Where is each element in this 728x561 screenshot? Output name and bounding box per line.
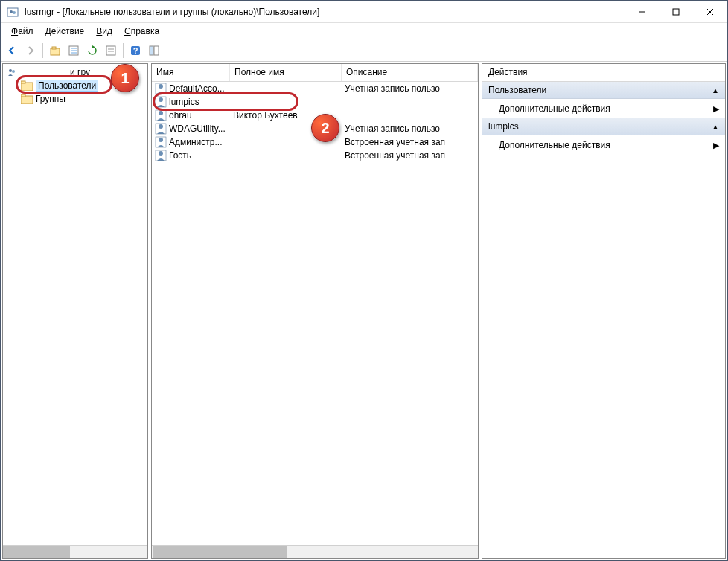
up-button[interactable]	[47, 42, 63, 59]
properties-button[interactable]	[66, 42, 82, 59]
cell-name: Администр...	[152, 136, 230, 148]
user-name: Гость	[169, 150, 191, 161]
action-more-users[interactable]: Дополнительные действия ▶	[482, 99, 725, 118]
actions-header: Действия	[482, 64, 725, 82]
tree-users[interactable]: Пользователи	[4, 79, 146, 92]
user-name: ohrau	[169, 110, 192, 121]
users-groups-icon	[6, 66, 18, 78]
svg-point-36	[159, 151, 163, 156]
svg-point-32	[159, 124, 163, 129]
forward-button[interactable]	[22, 42, 39, 59]
svg-point-34	[159, 138, 163, 142]
list-row[interactable]: ГостьВстроенная учетная зап	[152, 149, 478, 162]
svg-point-1	[10, 10, 13, 13]
svg-point-2	[13, 11, 16, 14]
list-row[interactable]: ohrauВиктор Бухтеев	[152, 109, 478, 122]
list-header: Имя Полное имя Описание	[152, 64, 478, 82]
svg-point-26	[159, 84, 163, 89]
minimize-button[interactable]	[625, 1, 659, 23]
tree-groups-label: Группы	[36, 94, 66, 104]
chevron-up-icon: ▲	[712, 123, 719, 131]
menu-file[interactable]: Файл	[5, 25, 39, 38]
arrow-right-icon: ▶	[713, 141, 719, 150]
svg-rect-24	[21, 96, 33, 104]
tree-panel: и гру Пользователи Группы	[2, 63, 148, 559]
titlebar: lusrmgr - [Локальные пользователи и груп…	[1, 1, 727, 23]
menubar: Файл Действие Вид Справка	[1, 23, 727, 39]
action-more-lumpics-label: Дополнительные действия	[499, 140, 610, 150]
list-row[interactable]: lumpics	[152, 95, 478, 109]
cell-name: ohrau	[152, 109, 230, 121]
maximize-button[interactable]	[659, 1, 693, 23]
cell-description: Встроенная учетная зап	[342, 137, 478, 147]
chevron-up-icon: ▲	[712, 86, 719, 94]
svg-rect-13	[106, 46, 115, 55]
toolbar: ?	[1, 39, 727, 62]
close-button[interactable]	[693, 1, 727, 23]
svg-point-30	[159, 111, 163, 115]
menu-help[interactable]: Справка	[118, 25, 165, 38]
menu-view[interactable]: Вид	[90, 25, 118, 38]
tree-scrollbar[interactable]	[3, 545, 147, 558]
cell-name: WDAGUtility...	[152, 123, 230, 135]
column-description[interactable]: Описание	[342, 64, 478, 81]
svg-rect-22	[21, 83, 33, 91]
refresh-button[interactable]	[84, 42, 100, 59]
window-title: lusrmgr - [Локальные пользователи и груп…	[25, 7, 625, 17]
content-area: и гру Пользователи Группы Имя Полное имя…	[1, 62, 727, 560]
cell-name: DefaultAcco...	[152, 83, 230, 94]
cell-description: Встроенная учетная зап	[342, 150, 478, 161]
folder-icon	[21, 80, 33, 91]
svg-rect-19	[154, 46, 159, 55]
arrow-right-icon: ▶	[713, 104, 719, 114]
column-fullname[interactable]: Полное имя	[230, 64, 342, 81]
cell-fullname: Виктор Бухтеев	[230, 110, 342, 121]
folder-icon	[21, 94, 33, 104]
svg-rect-8	[52, 47, 56, 49]
svg-rect-0	[7, 8, 18, 16]
tree-users-label: Пользователи	[36, 80, 98, 92]
cell-description: Учетная запись пользо	[342, 124, 478, 134]
svg-rect-25	[21, 94, 25, 97]
action-section-lumpics-label: lumpics	[488, 121, 519, 132]
action-section-lumpics[interactable]: lumpics ▲	[482, 118, 725, 135]
actions-panel: Действия Пользователи ▲ Дополнительные д…	[482, 63, 726, 559]
user-name: Администр...	[169, 137, 222, 147]
action-section-users[interactable]: Пользователи ▲	[482, 82, 725, 99]
tree-groups[interactable]: Группы	[4, 92, 146, 106]
list-panel: Имя Полное имя Описание DefaultAcco...Уч…	[151, 63, 479, 559]
svg-rect-18	[150, 46, 153, 55]
svg-text:?: ?	[133, 46, 138, 55]
action-section-users-label: Пользователи	[488, 85, 546, 95]
list-body: DefaultAcco...Учетная запись пользоlumpi…	[152, 82, 478, 558]
user-name: DefaultAcco...	[169, 83, 225, 94]
svg-point-21	[12, 70, 15, 73]
tree-root[interactable]: и гру	[4, 65, 146, 79]
list-scrollbar[interactable]	[152, 545, 478, 558]
list-row[interactable]: Администр...Встроенная учетная зап	[152, 135, 478, 149]
user-name: lumpics	[169, 97, 199, 107]
list-row[interactable]: DefaultAcco...Учетная запись пользо	[152, 82, 478, 95]
cell-description: Учетная запись пользо	[342, 83, 478, 94]
help-button[interactable]: ?	[127, 42, 144, 59]
cell-name: lumpics	[152, 96, 230, 108]
user-name: WDAGUtility...	[169, 124, 226, 134]
svg-rect-4	[673, 9, 679, 15]
cell-name: Гость	[152, 150, 230, 161]
svg-point-20	[9, 69, 12, 72]
svg-point-28	[159, 97, 163, 102]
column-name[interactable]: Имя	[152, 64, 230, 81]
action-more-users-label: Дополнительные действия	[499, 103, 610, 114]
list-row[interactable]: WDAGUtility...Учетная запись пользо	[152, 122, 478, 135]
back-button[interactable]	[4, 42, 20, 59]
app-icon	[7, 6, 19, 18]
menu-action[interactable]: Действие	[39, 25, 91, 38]
export-button[interactable]	[103, 42, 119, 59]
tree-root-label-suffix: и гру	[70, 67, 90, 77]
view-button[interactable]	[146, 42, 162, 59]
svg-rect-23	[21, 81, 25, 83]
action-more-lumpics[interactable]: Дополнительные действия ▶	[482, 135, 725, 155]
